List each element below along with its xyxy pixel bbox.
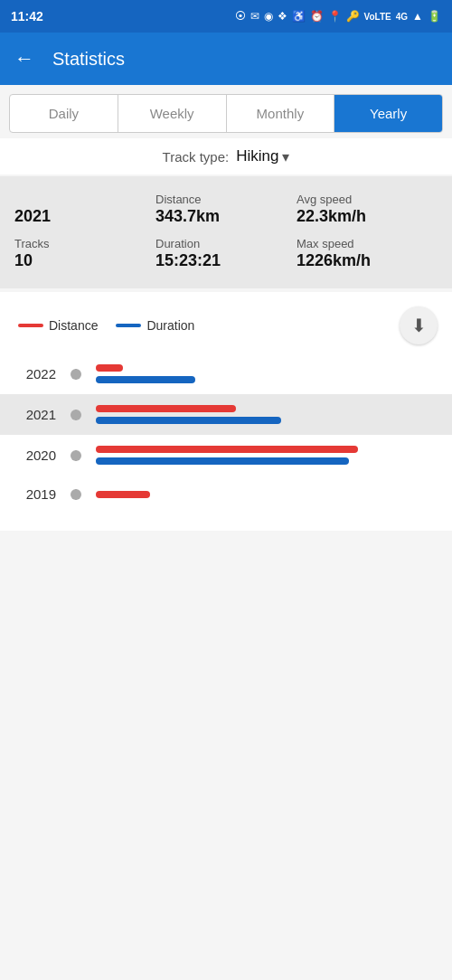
status-icons: ⦿ ✉ ◉ ❖ ♿ ⏰ 📍 🔑 VoLTE 4G ▲ 🔋: [235, 10, 441, 23]
timeline-col: [63, 369, 89, 380]
distance-bar: [96, 364, 123, 372]
chart-legend: Distance Duration ⬇: [0, 301, 452, 353]
legend-duration-label: Duration: [146, 318, 194, 333]
tracks-cell: Tracks 10: [14, 233, 155, 274]
accessible-icon: ♿: [292, 10, 306, 23]
page-title: Statistics: [52, 49, 125, 70]
max-speed-cell: Max speed 1226km/h: [297, 233, 438, 274]
distance-bar: [96, 446, 358, 453]
track-type-selector[interactable]: Hiking ▾: [236, 147, 289, 165]
chart-row: 2021: [0, 394, 452, 435]
battery-icon: 🔋: [428, 10, 441, 23]
track-type-row: Track type: Hiking ▾: [0, 138, 452, 174]
legend-distance-label: Distance: [49, 318, 98, 333]
status-bar: 11:42 ⦿ ✉ ◉ ❖ ♿ ⏰ 📍 🔑 VoLTE 4G ▲ 🔋: [0, 0, 452, 33]
legend-distance: Distance: [18, 318, 98, 333]
shield-icon: ◉: [264, 10, 273, 23]
tracks-label: Tracks: [14, 237, 155, 250]
avg-speed-value: 22.3km/h: [297, 207, 438, 226]
network-icon: 4G: [396, 12, 408, 22]
duration-value: 15:23:21: [155, 251, 297, 270]
track-type-value: Hiking: [236, 147, 278, 165]
chart-area: 2022202120202019: [0, 353, 452, 531]
year-label: 2020: [0, 448, 63, 463]
max-speed-value: 1226km/h: [297, 251, 438, 270]
year-label: [14, 193, 155, 206]
track-type-label: Track type:: [163, 149, 230, 165]
back-button[interactable]: ←: [14, 47, 34, 71]
bars-col: [89, 405, 452, 424]
distance-cell: Distance 343.7km: [155, 189, 297, 230]
chevron-down-icon: ▾: [282, 148, 289, 165]
timeline-col: [63, 410, 89, 420]
mail-icon: ✉: [250, 10, 259, 23]
year-label: 2022: [0, 366, 63, 382]
tab-bar: Daily Weekly Monthly Yearly: [9, 94, 443, 133]
duration-bar: [96, 417, 281, 424]
year-value: 2021: [14, 207, 155, 226]
chart-section: Distance Duration ⬇ 2022202120202019: [0, 292, 452, 531]
bars-col: [89, 491, 452, 498]
chart-row: 2019: [0, 476, 452, 513]
status-time: 11:42: [11, 9, 43, 24]
distance-bar: [96, 405, 236, 412]
distance-legend-line: [18, 324, 43, 327]
stats-block: 2021 Distance 343.7km Avg speed 22.3km/h…: [0, 176, 452, 288]
duration-legend-line: [116, 324, 141, 327]
duration-bar: [96, 457, 349, 465]
bars-col: [89, 364, 452, 383]
legend-duration: Duration: [116, 318, 194, 333]
max-speed-label: Max speed: [297, 237, 438, 250]
distance-bar: [96, 491, 150, 498]
timeline-dot: [71, 369, 81, 380]
year-cell: 2021: [14, 189, 155, 230]
tab-weekly[interactable]: Weekly: [118, 95, 227, 132]
avg-speed-cell: Avg speed 22.3km/h: [297, 189, 438, 230]
sim-icon: ⦿: [235, 10, 246, 23]
tab-yearly[interactable]: Yearly: [334, 95, 442, 132]
distance-label: Distance: [155, 193, 297, 206]
signal-icon: ▲: [412, 10, 423, 23]
key-icon: 🔑: [346, 10, 360, 23]
download-button[interactable]: ⬇: [400, 306, 438, 344]
timeline-dot: [71, 450, 81, 461]
layers-icon: ❖: [278, 10, 287, 23]
volte-icon: VoLTE: [364, 12, 391, 22]
year-label: 2019: [0, 486, 63, 502]
timeline-col: [63, 489, 89, 500]
duration-bar: [96, 376, 195, 383]
timeline-col: [63, 450, 89, 461]
duration-label: Duration: [155, 237, 297, 250]
year-label: 2021: [0, 407, 63, 422]
bars-col: [89, 446, 452, 465]
tab-daily[interactable]: Daily: [10, 95, 118, 132]
app-header: ← Statistics: [0, 33, 452, 85]
chart-row: 2020: [0, 435, 452, 476]
distance-value: 343.7km: [155, 207, 297, 226]
tracks-value: 10: [14, 251, 155, 270]
timeline-dot: [71, 410, 81, 420]
location-icon: 📍: [328, 10, 342, 23]
avg-speed-label: Avg speed: [297, 193, 438, 206]
clock-icon: ⏰: [310, 10, 324, 23]
tab-monthly[interactable]: Monthly: [227, 95, 335, 132]
duration-cell: Duration 15:23:21: [155, 233, 297, 274]
chart-row: 2022: [0, 353, 452, 394]
timeline-dot: [71, 489, 81, 500]
